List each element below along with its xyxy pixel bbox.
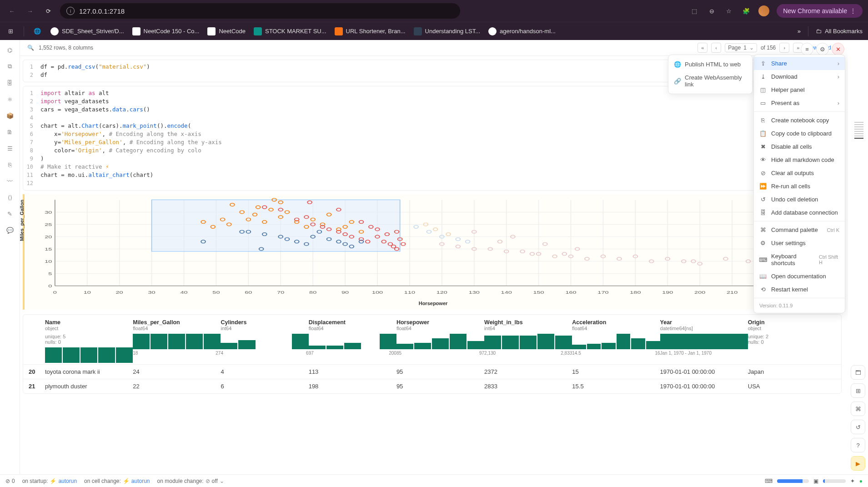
table-row[interactable]: 21 plymouth duster 22 6 198 95 2833 15.5… — [23, 379, 841, 393]
info-bar: 🔍 1,552 rows, 8 columns « ‹ Page 1 ⌄ of … — [20, 40, 844, 56]
bookmark-icon — [335, 27, 343, 35]
bookmarks-overflow-icon[interactable]: » — [798, 28, 801, 35]
rr-undo-button[interactable]: ↺ — [851, 420, 865, 434]
dd-undo-del[interactable]: ↺Undo cell deletion — [754, 193, 845, 206]
table-column-header[interactable]: Name object unique: 5nulls: 0 — [45, 319, 133, 364]
cellchange-status[interactable]: on cell change: ⚡ autorun — [84, 478, 150, 484]
pulse-icon[interactable]: 〰 — [5, 176, 15, 186]
create-wasm-item[interactable]: 🔗 Create WebAssembly link — [668, 71, 752, 91]
install-icon[interactable]: ⬚ — [689, 6, 699, 16]
dd-notebook-copy[interactable]: ⎘Create notebook copy — [754, 114, 845, 127]
dd-clear-outputs[interactable]: ⊘Clear all outputs — [754, 166, 845, 180]
terminal-icon[interactable]: ⧉ — [5, 61, 15, 72]
snippets-icon[interactable]: ⟨⟩ — [5, 192, 15, 203]
url-bar[interactable]: i 127.0.0.1:2718 — [60, 3, 460, 19]
copy-icon[interactable]: ⎘ — [5, 159, 15, 170]
rr-help-button[interactable]: ? — [851, 438, 865, 452]
publish-html-item[interactable]: 🌐 Publish HTML to web — [668, 58, 752, 71]
dd-restart[interactable]: ⟲Restart kernel — [754, 283, 845, 296]
bookmark-2[interactable]: NeetCode — [207, 27, 246, 35]
svg-text:150: 150 — [533, 290, 544, 295]
bookmark-0[interactable]: SDE_Sheet_Striver/D... — [50, 27, 124, 35]
rr-view-button[interactable]: 🗔 — [851, 365, 865, 380]
package-icon[interactable]: 📦 — [5, 110, 15, 121]
dd-share[interactable]: ⇪Share› — [754, 57, 845, 70]
search-list-icon[interactable]: ☰ — [5, 143, 15, 154]
svg-text:30: 30 — [148, 290, 155, 295]
dd-add-db[interactable]: 🗄Add database connection — [754, 206, 845, 219]
dd-rerun[interactable]: ⏩Re-run all cells — [754, 180, 845, 193]
dd-disable-cells[interactable]: ✖Disable all cells — [754, 140, 845, 153]
new-chrome-button[interactable]: New Chrome available ⋮ — [777, 4, 863, 18]
table-row[interactable]: 20 toyota corona mark ii 24 4 113 95 237… — [23, 364, 841, 379]
zoom-icon[interactable]: ⊖ — [707, 6, 717, 16]
file-icon[interactable]: 🗎 — [5, 126, 15, 137]
rr-layout-button[interactable]: ⊞ — [851, 383, 865, 398]
svg-text:80: 80 — [309, 290, 316, 295]
connection-icon[interactable]: ● — [859, 478, 863, 484]
dd-present[interactable]: ▭Present as› — [754, 96, 845, 110]
module-status[interactable]: on module change: ⊘ off ⌄ — [157, 478, 224, 484]
run-button[interactable]: ▶ — [851, 456, 865, 471]
next-page-button[interactable]: › — [779, 43, 789, 53]
bookmark-6[interactable]: ageron/handson-ml... — [488, 27, 556, 35]
bookmark-3[interactable]: STOCK MARKET SU... — [254, 27, 326, 35]
dd-kb-shortcuts[interactable]: ⌨Keyboard shortcutsCtrl Shift H — [754, 250, 845, 270]
prev-page-button[interactable]: ‹ — [711, 43, 721, 53]
chevron-right-icon: › — [838, 100, 839, 106]
chat-icon[interactable]: 💬 — [5, 225, 15, 236]
chart-area[interactable]: 0102030405060708090100110120130140150160… — [30, 198, 836, 298]
bookmark-4[interactable]: URL Shortener, Bran... — [335, 27, 406, 35]
search-icon[interactable]: 🔍 — [27, 45, 34, 51]
keyboard-icon: ⌨ — [759, 256, 767, 263]
table-column-header[interactable]: Cylinders int64 46 — [221, 319, 308, 364]
write-icon[interactable]: ✎ — [5, 208, 15, 219]
all-bookmarks-button[interactable]: 🗀 All Bookmarks — [816, 28, 863, 35]
outline-icon[interactable]: ⌬ — [5, 45, 15, 55]
dd-hide-md[interactable]: 👁Hide all markdown code — [754, 153, 845, 166]
reload-button[interactable]: ⟳ — [42, 5, 55, 17]
dd-cmd-palette[interactable]: ⌘Command paletteCtrl K — [754, 223, 845, 236]
graph-icon[interactable]: ⚛ — [5, 94, 15, 105]
rr-cmd-button[interactable]: ⌘ — [851, 402, 865, 416]
svg-text:10: 10 — [45, 259, 52, 264]
first-page-button[interactable]: « — [697, 43, 707, 53]
table-column-header[interactable]: Horsepower float64 8597 — [396, 319, 484, 364]
apps-icon[interactable]: ⊞ — [5, 26, 15, 36]
dd-open-docs[interactable]: 📖Open documentation — [754, 270, 845, 283]
globe-icon[interactable]: 🌐 — [32, 26, 42, 36]
dd-user-settings[interactable]: ⚙User settings — [754, 236, 845, 250]
keyboard-icon[interactable]: ⌨ — [765, 478, 773, 484]
code-cell-2[interactable]: 123456789101112 import altair as alt imp… — [23, 86, 842, 191]
bookmark-1[interactable]: NeetCode 150 - Co... — [132, 27, 200, 35]
settings-button[interactable]: ⚙ — [816, 43, 829, 55]
table-column-header[interactable]: Year datetime64[ns] Jan 1, 1970 - Jan 1,… — [660, 319, 748, 364]
star-icon[interactable]: ☆ — [724, 6, 734, 16]
sparkle-icon[interactable]: ✦ — [850, 478, 855, 484]
database-icon[interactable]: 🗄 — [5, 77, 15, 88]
startup-status[interactable]: on startup: ⚡ autorun — [22, 478, 77, 484]
table-column-header[interactable]: Origin object unique: 2nulls: 0 — [748, 319, 836, 364]
dd-helper[interactable]: ◫Helper panel — [754, 83, 845, 96]
table-column-header[interactable]: Acceleration float64 14.516 — [572, 319, 660, 364]
table-column-header[interactable]: Displacement float64 97200 — [309, 319, 396, 364]
svg-point-153 — [723, 257, 728, 261]
errors-status[interactable]: ⊘ 0 — [5, 478, 15, 484]
minimap[interactable] — [854, 122, 867, 139]
bookmark-5[interactable]: Understanding LST... — [414, 27, 480, 35]
table-column-header[interactable]: Miles_per_Gallon float64 1827 — [133, 319, 221, 364]
dd-download[interactable]: ⤓Download› — [754, 70, 845, 83]
bolt-icon: ⚡ — [50, 478, 56, 484]
extensions-icon[interactable]: 🧩 — [741, 6, 751, 16]
forward-button[interactable]: → — [24, 5, 36, 17]
back-button[interactable]: ← — [5, 5, 18, 17]
close-button[interactable]: ✕ — [832, 43, 844, 55]
avatar[interactable] — [758, 5, 769, 16]
page-select[interactable]: Page 1 ⌄ — [725, 43, 757, 52]
bookmark-icon — [254, 27, 262, 35]
dd-copy-code[interactable]: 📋Copy code to clipboard — [754, 127, 845, 140]
table-column-header[interactable]: Weight_in_lbs int64 2,1302,833 — [484, 319, 572, 364]
more-menu-button[interactable]: ≡ — [801, 43, 813, 55]
cpu-icon[interactable]: ▣ — [813, 478, 818, 484]
code-content[interactable]: import altair as alt import vega_dataset… — [37, 86, 841, 190]
